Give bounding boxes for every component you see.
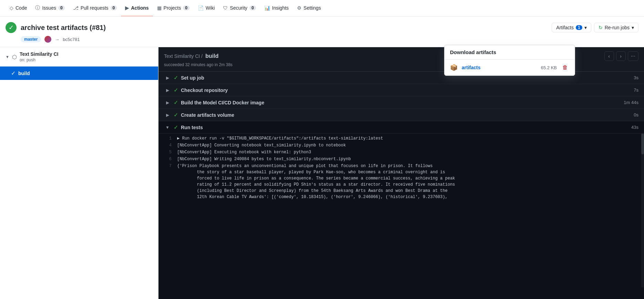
step-expand-artifacts-vol[interactable]: ▶ bbox=[164, 113, 171, 117]
nav-security-label: Security bbox=[230, 5, 247, 11]
success-status-icon: ✓ bbox=[6, 22, 17, 33]
nav-code[interactable]: ◇ Code bbox=[6, 0, 31, 17]
nav-settings-label: Settings bbox=[304, 5, 321, 11]
run-meta: master → bc5c781 bbox=[21, 36, 638, 43]
next-job-button[interactable]: › bbox=[616, 51, 626, 61]
nav-projects-label: Projects bbox=[164, 5, 181, 11]
artifacts-dropdown-button[interactable]: Artifacts 1 ▾ bbox=[552, 23, 591, 32]
step-artifacts-vol[interactable]: ▶ ✓ Create artifacts volume 0s bbox=[159, 109, 644, 121]
nav-insights[interactable]: 📊 Insights bbox=[260, 0, 293, 17]
workflow-item[interactable]: ▼ ⬡ Text Similarity CI on: push bbox=[0, 47, 158, 66]
log-line-content-5: [NbConvertApp] Executing notebook with k… bbox=[177, 149, 638, 155]
step-name-run-tests: Run tests bbox=[181, 125, 631, 130]
step-name-docker: Build the Model CI/CD Docker image bbox=[181, 100, 624, 105]
job-nav-actions: ‹ › ··· bbox=[604, 51, 638, 61]
wiki-icon: 📄 bbox=[198, 5, 204, 11]
log-line-num-4: 4 bbox=[161, 142, 172, 148]
workflow-trigger: on: push bbox=[20, 58, 59, 62]
log-line-num-6: 6 bbox=[161, 156, 172, 162]
log-line-content-7: {'Prison Playbook presents an unconventi… bbox=[177, 163, 638, 200]
step-duration-artifacts-vol: 0s bbox=[634, 112, 638, 117]
nav-insights-label: Insights bbox=[272, 5, 289, 11]
step-run-tests[interactable]: ▼ ✓ Run tests 43s bbox=[159, 121, 644, 134]
nav-security[interactable]: 🛡 Security 0 bbox=[219, 0, 260, 17]
issues-icon: ⓘ bbox=[35, 5, 40, 11]
log-line-num-5: 5 bbox=[161, 149, 172, 155]
rerun-jobs-button[interactable]: ↻ Re-run jobs ▾ bbox=[594, 23, 638, 32]
artifacts-count-badge: 1 bbox=[576, 25, 582, 30]
log-line-6: 6 [NbConvertApp] Writing 240084 bytes to… bbox=[159, 156, 644, 163]
artifacts-dropdown: Download artifacts 📦 artifacts 65.2 KB 🗑 bbox=[444, 45, 575, 76]
run-title: archive test artifacts (#81) bbox=[21, 24, 106, 32]
settings-icon: ⚙ bbox=[297, 5, 301, 11]
job-content: Text Similarity CI / build ‹ › ··· succe… bbox=[159, 47, 644, 299]
step-expand-setup[interactable]: ▶ bbox=[164, 75, 171, 80]
prev-job-button[interactable]: ‹ bbox=[604, 51, 614, 61]
nav-settings[interactable]: ⚙ Settings bbox=[293, 0, 325, 17]
artifacts-chevron-icon: ▾ bbox=[584, 25, 587, 30]
workflow-node-icon: ⬡ bbox=[12, 54, 17, 60]
step-success-run-tests: ✓ bbox=[174, 124, 178, 131]
pr-badge: 0 bbox=[111, 6, 117, 10]
run-header: ✓ archive test artifacts (#81) Artifacts… bbox=[0, 17, 644, 47]
step-expand-docker[interactable]: ▶ bbox=[164, 100, 171, 105]
build-job-label: build bbox=[18, 71, 30, 76]
artifacts-dropdown-item: 📦 artifacts 65.2 KB 🗑 bbox=[444, 60, 575, 75]
step-checkout[interactable]: ▶ ✓ Checkout repository 7s bbox=[159, 84, 644, 96]
job-status: succeeded bbox=[164, 62, 184, 67]
nav-code-label: Code bbox=[16, 5, 27, 11]
branch-badge: master bbox=[21, 36, 41, 42]
log-line-7: 7 {'Prison Playbook presents an unconven… bbox=[159, 163, 644, 200]
step-expand-run-tests[interactable]: ▼ bbox=[164, 125, 171, 130]
jobs-sidebar: ▼ ⬡ Text Similarity CI on: push ✓ build bbox=[0, 47, 159, 299]
nav-wiki-label: Wiki bbox=[206, 5, 215, 11]
scrollbar-thumb[interactable] bbox=[641, 134, 644, 154]
projects-badge: 0 bbox=[183, 6, 190, 10]
projects-icon: ▦ bbox=[157, 5, 162, 11]
workflow-info: Text Similarity CI on: push bbox=[20, 51, 59, 62]
log-line-4: 4 [NbConvertApp] Converting notebook tex… bbox=[159, 142, 644, 149]
commit-arrow-icon: → bbox=[55, 37, 59, 42]
step-duration-run-tests: 43s bbox=[631, 125, 638, 130]
nav-actions-label: Actions bbox=[131, 5, 149, 11]
step-docker[interactable]: ▶ ✓ Build the Model CI/CD Docker image 1… bbox=[159, 96, 644, 109]
log-output[interactable]: 1 ▶ Run docker run -v "$GITHUB_WORKSPACE… bbox=[159, 134, 644, 287]
artifact-name-link[interactable]: artifacts bbox=[462, 65, 480, 70]
actions-icon: ▶ bbox=[125, 5, 129, 11]
build-check-icon: ✓ bbox=[11, 70, 16, 76]
workflow-name: Text Similarity CI bbox=[20, 51, 59, 57]
issues-badge: 0 bbox=[58, 6, 65, 10]
step-duration-checkout: 7s bbox=[634, 87, 638, 93]
build-job-item[interactable]: ✓ build bbox=[0, 66, 158, 80]
step-success-artifacts-vol: ✓ bbox=[174, 112, 178, 118]
artifact-size: 65.2 KB bbox=[541, 65, 557, 70]
step-success-docker: ✓ bbox=[174, 99, 178, 106]
more-actions-button[interactable]: ··· bbox=[628, 51, 638, 61]
artifact-box-icon: 📦 bbox=[450, 64, 458, 71]
step-success-checkout: ✓ bbox=[174, 87, 178, 93]
artifacts-label: Artifacts bbox=[556, 25, 574, 30]
pr-icon: ⎇ bbox=[73, 5, 79, 11]
avatar bbox=[44, 36, 51, 43]
log-line-num-1: 1 bbox=[161, 135, 172, 142]
nav-actions[interactable]: ▶ Actions bbox=[121, 0, 153, 17]
steps-list: ▶ ✓ Set up job 3s ▶ ✓ Checkout repositor… bbox=[159, 72, 644, 134]
top-nav: ◇ Code ⓘ Issues 0 ⎇ Pull requests 0 ▶ Ac… bbox=[0, 0, 644, 17]
security-badge: 0 bbox=[249, 6, 256, 10]
commit-hash: bc5c781 bbox=[63, 37, 80, 42]
nav-projects[interactable]: ▦ Projects 0 bbox=[153, 0, 194, 17]
step-expand-checkout[interactable]: ▶ bbox=[164, 88, 171, 93]
artifact-delete-button[interactable]: 🗑 bbox=[561, 63, 569, 72]
step-name-checkout: Checkout repository bbox=[181, 87, 634, 93]
nav-issues[interactable]: ⓘ Issues 0 bbox=[31, 0, 69, 17]
header-actions: Artifacts 1 ▾ ↻ Re-run jobs ▾ bbox=[552, 23, 638, 32]
rerun-chevron-icon: ▾ bbox=[632, 25, 634, 30]
log-line-content-4: [NbConvertApp] Converting notebook text_… bbox=[177, 142, 638, 148]
nav-pull-requests[interactable]: ⎇ Pull requests 0 bbox=[69, 0, 121, 17]
rerun-icon: ↻ bbox=[599, 25, 603, 30]
artifacts-dropdown-title: Download artifacts bbox=[444, 45, 575, 60]
nav-pr-label: Pull requests bbox=[81, 5, 109, 11]
insights-icon: 📊 bbox=[264, 5, 270, 11]
nav-wiki[interactable]: 📄 Wiki bbox=[194, 0, 219, 17]
job-duration: in 2m 38s bbox=[215, 62, 233, 67]
